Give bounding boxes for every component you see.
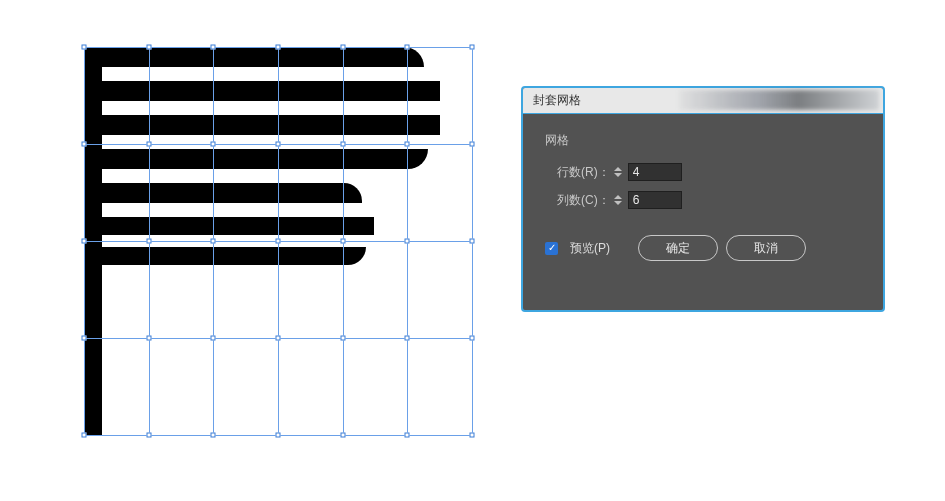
cols-input[interactable]	[628, 191, 682, 209]
cols-label: 列数(C)：	[557, 192, 610, 209]
cols-stepper-arrows[interactable]	[614, 191, 626, 209]
dialog-body: 网格 行数(R)： 列数(C)：	[523, 114, 883, 279]
rows-stepper-arrows[interactable]	[614, 163, 626, 181]
rows-field: 行数(R)：	[545, 163, 861, 181]
ok-button[interactable]: 确定	[638, 235, 718, 261]
mesh-col-line	[472, 47, 473, 435]
rows-label: 行数(R)：	[557, 164, 610, 181]
artwork-shape	[84, 47, 472, 435]
dialog-titlebar[interactable]: 封套网格	[523, 88, 883, 114]
chevron-up-icon[interactable]	[614, 195, 622, 199]
rows-input[interactable]	[628, 163, 682, 181]
dialog-buttons: ✓ 预览(P) 确定 取消	[545, 235, 861, 261]
check-icon: ✓	[548, 243, 556, 253]
envelope-mesh-dialog: 封套网格 网格 行数(R)： 列数(C)：	[521, 86, 885, 312]
chevron-down-icon[interactable]	[614, 201, 622, 205]
cancel-button[interactable]: 取消	[726, 235, 806, 261]
cols-stepper[interactable]	[614, 191, 682, 209]
canvas-area[interactable]	[78, 41, 478, 441]
mesh-row-line	[84, 435, 472, 436]
dialog-title: 封套网格	[533, 93, 581, 107]
preview-label: 预览(P)	[570, 240, 610, 257]
preview-checkbox[interactable]: ✓	[545, 242, 558, 255]
rows-stepper[interactable]	[614, 163, 682, 181]
mesh-group-label: 网格	[545, 132, 861, 149]
cols-field: 列数(C)：	[545, 191, 861, 209]
chevron-down-icon[interactable]	[614, 173, 622, 177]
titlebar-decoration	[679, 90, 879, 110]
chevron-up-icon[interactable]	[614, 167, 622, 171]
